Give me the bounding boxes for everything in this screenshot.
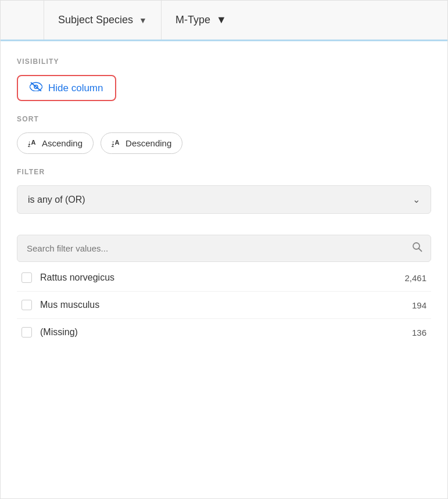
- search-input[interactable]: [17, 235, 404, 261]
- subject-species-tab[interactable]: Subject Species ▼: [44, 1, 162, 40]
- descending-label: Descending: [126, 138, 171, 148]
- ascending-button[interactable]: ↓A Z Ascending: [17, 132, 94, 154]
- filter-item-label: Rattus norvegicus: [40, 272, 396, 283]
- filter-item-count: 2,461: [404, 273, 427, 283]
- header-bar: Subject Species ▼ M-Type ▼: [1, 1, 447, 41]
- ascending-label: Ascending: [42, 138, 83, 148]
- filter-item-checkbox[interactable]: [21, 300, 32, 310]
- subject-species-chevron: ▼: [139, 16, 147, 25]
- sort-section: SORT ↓A Z Ascending ↑A Z: [17, 115, 431, 154]
- content-area: VISIBILITY Hide column SORT: [1, 41, 447, 362]
- descending-icon: ↑A Z: [112, 138, 121, 149]
- sort-label: SORT: [17, 115, 431, 123]
- mtype-tab[interactable]: M-Type ▼: [162, 1, 241, 40]
- search-button[interactable]: [404, 236, 431, 261]
- filter-list-item[interactable]: (Missing) 136: [17, 319, 431, 346]
- filter-dropdown[interactable]: is any of (OR) ⌄: [17, 185, 431, 214]
- header-spacer: [1, 1, 44, 40]
- mtype-chevron: ▼: [216, 14, 227, 26]
- search-icon: [412, 242, 422, 252]
- svg-text:Z: Z: [28, 143, 31, 147]
- search-container: [17, 235, 431, 262]
- filter-section: FILTER is any of (OR) ⌄: [17, 168, 431, 214]
- filter-label: FILTER: [17, 168, 431, 176]
- filter-item-count: 194: [412, 300, 427, 310]
- filter-items-list: Rattus norvegicus 2,461 Mus musculus 194…: [17, 264, 431, 346]
- filter-list-item[interactable]: Mus musculus 194: [17, 292, 431, 319]
- mtype-label: M-Type: [175, 14, 210, 26]
- filter-item-label: Mus musculus: [40, 300, 404, 310]
- filter-dropdown-value: is any of (OR): [28, 195, 85, 205]
- descending-button[interactable]: ↑A Z Descending: [101, 132, 182, 154]
- filter-item-checkbox[interactable]: [21, 272, 32, 283]
- eye-slash-icon: [30, 82, 42, 94]
- filter-item-label: (Missing): [40, 327, 404, 338]
- filter-list-item[interactable]: Rattus norvegicus 2,461: [17, 264, 431, 292]
- filter-item-checkbox[interactable]: [21, 327, 32, 338]
- hide-column-label: Hide column: [48, 82, 103, 94]
- main-panel: Subject Species ▼ M-Type ▼ VISIBILITY Hi…: [0, 0, 448, 499]
- svg-line-7: [419, 249, 422, 252]
- visibility-label: VISIBILITY: [17, 58, 431, 66]
- filter-item-count: 136: [412, 328, 427, 338]
- visibility-section: VISIBILITY Hide column: [17, 58, 431, 101]
- hide-column-button[interactable]: Hide column: [17, 75, 116, 101]
- svg-text:Z: Z: [112, 143, 114, 147]
- subject-species-label: Subject Species: [58, 14, 133, 26]
- sort-buttons-group: ↓A Z Ascending ↑A Z Descending: [17, 132, 431, 154]
- ascending-icon: ↓A Z: [28, 138, 37, 149]
- filter-dropdown-chevron-icon: ⌄: [413, 194, 420, 205]
